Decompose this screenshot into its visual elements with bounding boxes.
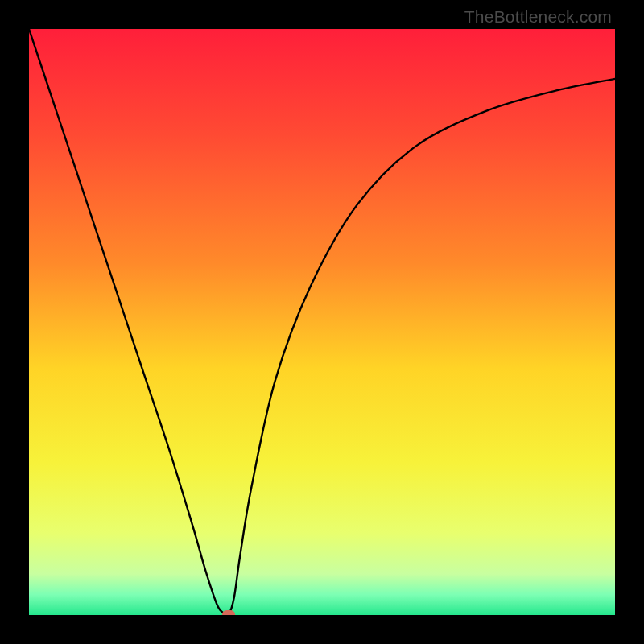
watermark-text: TheBottleneck.com: [464, 7, 612, 27]
chart-frame: TheBottleneck.com: [0, 0, 644, 644]
plot-area: [29, 29, 615, 615]
bottleneck-curve: [29, 29, 615, 615]
optimum-marker: [222, 610, 235, 615]
